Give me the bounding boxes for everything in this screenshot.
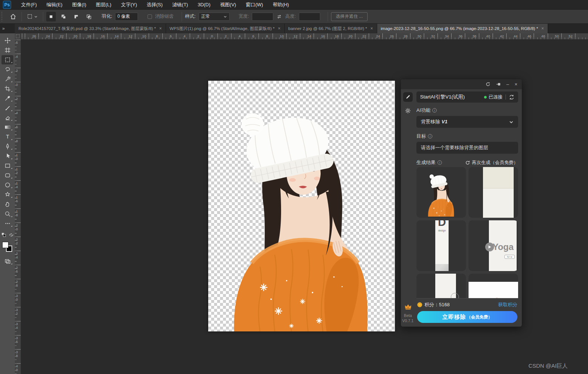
menu-item-6[interactable]: 滤镜(T): [168, 0, 193, 10]
regenerate-button[interactable]: 再次生成（会员免费）: [465, 160, 518, 166]
select-and-mask-button[interactable]: 选择并遮住 ...: [331, 12, 368, 21]
thumbnail-result-woman[interactable]: [416, 167, 466, 218]
crown-icon[interactable]: [405, 304, 412, 311]
tool-preset-marquee[interactable]: [25, 13, 40, 20]
swap-dimensions-icon[interactable]: [276, 14, 282, 20]
horizontal-ruler[interactable]: 2624222018161412108642024681012141618202…: [21, 33, 588, 40]
marquee-tool-icon[interactable]: [1, 55, 13, 64]
antialias-label: 消除锯齿: [155, 13, 173, 20]
h-ruler-label: 46: [527, 34, 531, 38]
document-tab-1[interactable]: WPS图片(1).png @ 66.7% (StartAIImage, 图层蒙版…: [166, 24, 285, 33]
menu-item-2[interactable]: 图像(I): [67, 0, 91, 10]
get-credits-link[interactable]: 获取积分: [498, 301, 517, 308]
feather-label: 羽化:: [102, 13, 112, 20]
width-input[interactable]: [252, 13, 273, 21]
h-ruler-label: 14: [307, 34, 311, 38]
info-icon[interactable]: i: [428, 134, 432, 138]
feather-input[interactable]: [115, 13, 138, 21]
v-ruler-label: 32: [16, 308, 20, 315]
menu-item-7[interactable]: 3D(D): [193, 0, 215, 10]
pin-icon[interactable]: [496, 82, 501, 87]
height-input[interactable]: [299, 13, 320, 21]
settings-gear-icon[interactable]: [405, 108, 411, 114]
menu-item-0[interactable]: 文件(F): [16, 0, 42, 10]
document-tab-0[interactable]: Role202404157027_T-恢复的.psd @ 33.3% (Star…: [15, 24, 166, 33]
custom-shape-tool-icon[interactable]: [1, 190, 13, 199]
thumbnail-result-white-banner[interactable]: [416, 274, 466, 298]
selection-intersect-button[interactable]: [84, 12, 94, 21]
cutout-woman-image: [208, 81, 395, 331]
selection-subtract-button[interactable]: [71, 12, 81, 21]
engine-title: StartAI引擎V1(试用): [420, 94, 484, 100]
menu-item-8[interactable]: 视图(V): [215, 0, 241, 10]
minimize-icon[interactable]: –: [506, 82, 509, 87]
thumbnail-result-beige-banner[interactable]: [469, 167, 518, 218]
menu-item-3[interactable]: 图层(L): [91, 0, 116, 10]
menu-item-10[interactable]: 帮助(H): [268, 0, 294, 10]
gradient-tool-icon[interactable]: [1, 123, 13, 132]
hand-tool-icon[interactable]: [1, 200, 13, 209]
home-icon[interactable]: [7, 11, 18, 22]
vertical-ruler[interactable]: 6420246810121416182022242628303234363840…: [15, 40, 21, 374]
rectangle-tool-icon[interactable]: [1, 161, 13, 170]
tab-close-icon[interactable]: ×: [541, 26, 544, 31]
more-tool-icon[interactable]: [1, 219, 13, 228]
remove-now-button[interactable]: 立即移除 （会员免费）: [417, 311, 517, 323]
h-ruler-label: 10: [142, 34, 146, 38]
info-icon[interactable]: i: [437, 160, 442, 165]
ellipse-tool-icon[interactable]: [1, 180, 13, 190]
magic-wand-tool-icon[interactable]: [1, 74, 13, 84]
switch-engine-icon[interactable]: [509, 94, 514, 100]
screen-mode-icon[interactable]: [1, 257, 13, 266]
edit-tool-icon[interactable]: [403, 92, 413, 102]
thumbnail-result-design-banner[interactable]: Ddesign: [416, 220, 466, 271]
lasso-tool-icon[interactable]: [1, 65, 13, 74]
tab-close-icon[interactable]: ×: [159, 26, 162, 31]
menu-item-4[interactable]: 文字(Y): [116, 0, 142, 10]
thumbnail-result-yoga-banner[interactable]: Yogafor w: [469, 220, 518, 271]
h-ruler-label: 24: [46, 34, 50, 38]
menu-item-1[interactable]: 编辑(E): [42, 0, 67, 10]
ai-feature-label-row: AI功能 i: [416, 107, 518, 114]
rounded-rectangle-tool-icon[interactable]: [1, 171, 13, 180]
thumbnail-result-desk-scene[interactable]: [469, 274, 518, 298]
target-placeholder: 请选择一个需要移除背景的图层: [421, 144, 488, 151]
menu-item-5[interactable]: 选择(S): [142, 0, 167, 10]
startai-panel: – × Beta V0.7.1: [401, 79, 522, 327]
target-layer-field[interactable]: 请选择一个需要移除背景的图层: [416, 142, 518, 154]
tab-close-icon[interactable]: ×: [371, 26, 373, 31]
info-icon[interactable]: i: [432, 108, 437, 113]
crop-tool-icon[interactable]: [1, 84, 13, 93]
refresh-icon[interactable]: [486, 82, 490, 87]
style-select[interactable]: 正常: [199, 13, 230, 21]
foreground-color-swatch[interactable]: [2, 242, 9, 248]
document-tab-3[interactable]: image-2023-12-28_16-50-55.png @ 66.7% (i…: [377, 24, 548, 33]
eraser-tool-icon[interactable]: [1, 113, 13, 122]
tab-close-icon[interactable]: ×: [278, 26, 281, 31]
ai-feature-select[interactable]: 背景移除V1: [416, 116, 518, 128]
brush-tool-icon[interactable]: [1, 103, 13, 113]
toolbar-expand-chevrons-icon[interactable]: »: [0, 24, 15, 33]
color-swatches[interactable]: [2, 242, 13, 252]
options-bar-grip[interactable]: [1, 12, 4, 21]
type-tool-icon[interactable]: T: [1, 132, 13, 141]
document-tab-2[interactable]: banner 2.jpg @ 66.7% (图层 2, RGB/8#) *×: [285, 24, 377, 33]
selection-new-button[interactable]: [46, 12, 56, 21]
close-icon[interactable]: ×: [514, 82, 517, 87]
document-canvas[interactable]: [208, 81, 395, 331]
ruler-origin[interactable]: [15, 33, 21, 40]
path-select-tool-icon[interactable]: [1, 151, 13, 161]
menu-item-9[interactable]: 窗口(W): [241, 0, 268, 10]
h-ruler-label: 2: [225, 34, 227, 38]
zoom-tool-icon[interactable]: [1, 209, 13, 218]
selection-add-button[interactable]: [59, 12, 68, 21]
move-tool-icon[interactable]: [1, 36, 13, 45]
default-colors-icon[interactable]: [1, 232, 6, 239]
antialias-checkbox[interactable]: [148, 14, 152, 19]
v-ruler-label: 24: [16, 252, 20, 259]
panel-titlebar[interactable]: – ×: [401, 79, 522, 89]
swap-colors-icon[interactable]: [9, 232, 14, 239]
artboard-tool-icon[interactable]: [1, 46, 13, 55]
pen-tool-icon[interactable]: [1, 142, 13, 151]
eyedropper-tool-icon[interactable]: [1, 94, 13, 103]
